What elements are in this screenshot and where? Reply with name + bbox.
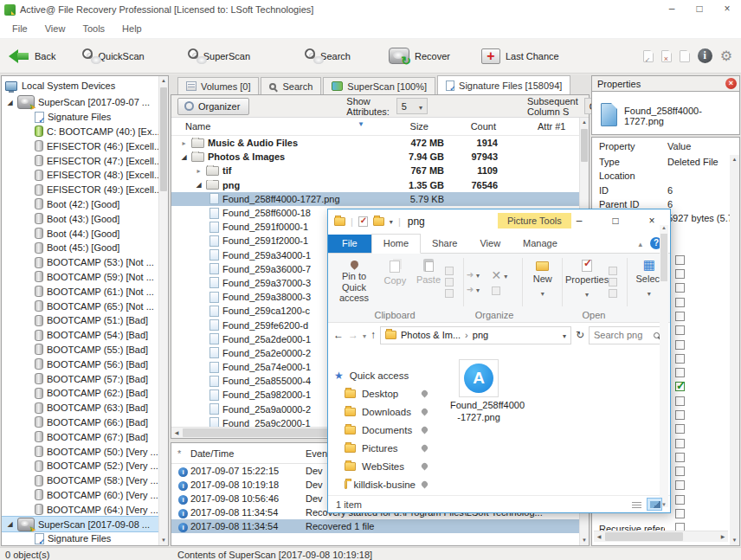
tree-expander-icon[interactable] bbox=[180, 153, 188, 161]
sidebar-item-bootcamp-66-bad[interactable]: BOOTCAMP (66:) [Bad] bbox=[2, 415, 158, 430]
property-row[interactable]: Location bbox=[592, 169, 739, 183]
new-folder-qat-icon[interactable] bbox=[373, 217, 384, 226]
tab-superscan-100[interactable]: SuperScan [100%] bbox=[323, 77, 435, 94]
column-header-count[interactable]: Count bbox=[446, 121, 499, 132]
property-checkbox[interactable] bbox=[675, 467, 685, 476]
property-checkbox[interactable] bbox=[675, 354, 685, 364]
sidebar-item-bootcamp-61-not[interactable]: BOOTCAMP (61:) [Not ... bbox=[2, 284, 158, 299]
collapse-ribbon-icon[interactable] bbox=[638, 238, 642, 248]
pin-to-quick-access-button[interactable]: Pin to Quick access bbox=[330, 256, 378, 308]
properties-qat-icon[interactable] bbox=[358, 216, 368, 227]
scroll-up-icon[interactable]: ▲ bbox=[580, 118, 589, 127]
property-checkbox[interactable] bbox=[675, 269, 685, 279]
tab-file[interactable]: File bbox=[328, 235, 371, 253]
new-folder-button[interactable]: New bbox=[525, 256, 559, 308]
sidebar-item-signature-files[interactable]: Signature Files bbox=[2, 531, 158, 545]
sidebar-item-bootcamp-55-bad[interactable]: BOOTCAMP (55:) [Bad] bbox=[2, 343, 158, 357]
scrollbar-thumb[interactable] bbox=[581, 129, 588, 162]
toolbar-button-recover[interactable]: Recover bbox=[389, 48, 450, 64]
toolbar-button-quickscan[interactable]: QuickScan bbox=[87, 51, 144, 61]
breadcrumb-current[interactable]: png bbox=[473, 330, 488, 340]
tree-expander-icon[interactable] bbox=[195, 181, 203, 189]
sidebar-item-bootcamp-56-bad[interactable]: BOOTCAMP (56:) [Bad] bbox=[2, 357, 158, 371]
nav-item-desktop[interactable]: Desktop bbox=[328, 384, 439, 402]
tab-manage[interactable]: Manage bbox=[512, 235, 569, 253]
doc-check-icon[interactable] bbox=[643, 50, 654, 62]
maximize-button[interactable]: □ bbox=[597, 209, 634, 234]
nav-item-quick-access[interactable]: ★Quick access bbox=[328, 366, 439, 384]
info-icon[interactable]: i bbox=[698, 48, 712, 63]
cut-icon[interactable] bbox=[445, 267, 454, 275]
sidebar-item-bootcamp-64-very[interactable]: BOOTCAMP (64:) [Very ... bbox=[2, 502, 158, 517]
open-icon[interactable] bbox=[609, 267, 617, 275]
nav-item-pictures[interactable]: Pictures bbox=[328, 439, 439, 457]
rename-button[interactable] bbox=[492, 286, 520, 295]
tab-share[interactable]: Share bbox=[421, 235, 468, 253]
tab-volumes-0[interactable]: Volumes [0] bbox=[177, 77, 259, 94]
recent-locations-icon[interactable] bbox=[363, 329, 366, 341]
sidebar-item-bootcamp-54-bad[interactable]: BOOTCAMP (54:) [Bad] bbox=[2, 328, 158, 343]
organizer-button[interactable]: Organizer bbox=[177, 98, 249, 115]
sidebar-item-boot-45-good[interactable]: Boot (45:) [Good] bbox=[2, 241, 158, 255]
nav-item-downloads[interactable]: Downloads bbox=[328, 402, 439, 421]
scrollbar-thumb[interactable] bbox=[660, 234, 667, 281]
breadcrumb[interactable]: Photos & Im... png bbox=[380, 326, 571, 344]
property-row[interactable]: ID6 bbox=[592, 183, 739, 197]
sidebar-item-bootcamp-67-bad[interactable]: BOOTCAMP (67:) [Bad] bbox=[2, 429, 158, 444]
table-row[interactable]: Photos & Images7.94 GB97943 bbox=[171, 150, 579, 164]
sidebar-item-bootcamp-59-not[interactable]: BOOTCAMP (59:) [Not ... bbox=[2, 270, 158, 285]
doc-icon[interactable] bbox=[680, 50, 690, 62]
sidebar-item-boot-42-good[interactable]: Boot (42:) [Good] bbox=[2, 197, 158, 212]
scroll-up-icon[interactable]: ▲ bbox=[159, 76, 168, 86]
back-icon[interactable]: ← bbox=[333, 329, 344, 341]
column-header-size[interactable]: Size bbox=[372, 121, 446, 132]
property-checkbox[interactable] bbox=[675, 439, 685, 448]
property-checkbox[interactable] bbox=[675, 453, 685, 462]
toolbar-button-search[interactable]: Search bbox=[309, 51, 351, 61]
copy-to-button[interactable]: ➜ bbox=[467, 285, 492, 294]
table-row[interactable]: Found_258ff4000-1727.png5.79 KB bbox=[171, 192, 579, 206]
column-header-name[interactable]: Name bbox=[171, 121, 372, 132]
sidebar-item-bootcamp-52-very[interactable]: BOOTCAMP (52:) [Very ... bbox=[2, 459, 158, 473]
thumbnails-view-button[interactable] bbox=[647, 498, 662, 511]
sidebar-item-bootcamp-57-bad[interactable]: BOOTCAMP (57:) [Bad] bbox=[2, 371, 158, 386]
edit-icon[interactable] bbox=[609, 278, 617, 286]
tree-expander-icon[interactable] bbox=[6, 520, 14, 528]
scroll-right-icon[interactable]: ▶ bbox=[718, 531, 728, 542]
table-row[interactable]: tif767 MB1109 bbox=[171, 164, 579, 177]
column-header-property[interactable]: Property bbox=[592, 141, 665, 151]
sidebar-item-boot-43-good[interactable]: Boot (43:) [Good] bbox=[2, 211, 158, 226]
tree-expander-icon[interactable] bbox=[195, 167, 203, 175]
sidebar-item-signature-files[interactable]: Signature Files bbox=[2, 110, 158, 125]
property-checkbox[interactable] bbox=[675, 410, 685, 420]
tab-view[interactable]: View bbox=[468, 235, 512, 253]
sidebar-item-efisector-49-excell[interactable]: EFISECTOR (49:) [Excell... bbox=[2, 183, 158, 197]
property-checkbox[interactable] bbox=[675, 312, 685, 321]
sidebar-item-bootcamp-50-very[interactable]: BOOTCAMP (50:) [Very ... bbox=[2, 444, 158, 459]
toolbar-button-last-chance[interactable]: Last Chance bbox=[481, 48, 559, 64]
chevron-down-icon[interactable]: ▾ bbox=[390, 218, 393, 226]
table-row[interactable]: Music & Audio Files472 MB1914 bbox=[171, 136, 579, 150]
tab-home[interactable]: Home bbox=[371, 234, 421, 254]
sidebar-item-superscan-2017-09-07[interactable]: SuperScan [2017-09-07 ... bbox=[2, 95, 158, 110]
delete-button[interactable]: ✕ bbox=[492, 270, 520, 281]
toolbar-button-superscan[interactable]: SuperScan bbox=[192, 51, 250, 61]
scroll-left-icon[interactable]: ◀ bbox=[594, 531, 604, 542]
scroll-down-icon[interactable]: ▼ bbox=[580, 536, 589, 545]
property-checkbox[interactable] bbox=[675, 509, 685, 518]
scroll-up-icon[interactable]: ▲ bbox=[660, 225, 668, 230]
tree-expander-icon[interactable] bbox=[180, 139, 188, 147]
property-checkbox[interactable] bbox=[675, 382, 685, 391]
details-view-button[interactable] bbox=[628, 498, 644, 511]
doc-x-icon[interactable] bbox=[661, 50, 672, 62]
scroll-left-icon[interactable]: ◀ bbox=[171, 428, 182, 438]
chevron-down-icon[interactable] bbox=[563, 330, 566, 340]
copy-button[interactable]: Copy bbox=[378, 256, 412, 308]
property-checkbox[interactable] bbox=[675, 424, 685, 434]
refresh-icon[interactable]: ↻ bbox=[576, 329, 584, 341]
column-header-value[interactable]: Value bbox=[665, 141, 739, 151]
sidebar-item-bootcamp-58-very[interactable]: BOOTCAMP (58:) [Very ... bbox=[2, 473, 158, 488]
sidebar-item-efisector-48-excell[interactable]: EFISECTOR (48:) [Excell... bbox=[2, 168, 158, 183]
column-header-datetime[interactable]: Date/Time bbox=[190, 448, 306, 459]
column-header-attr[interactable]: Attr #1 bbox=[499, 121, 579, 132]
